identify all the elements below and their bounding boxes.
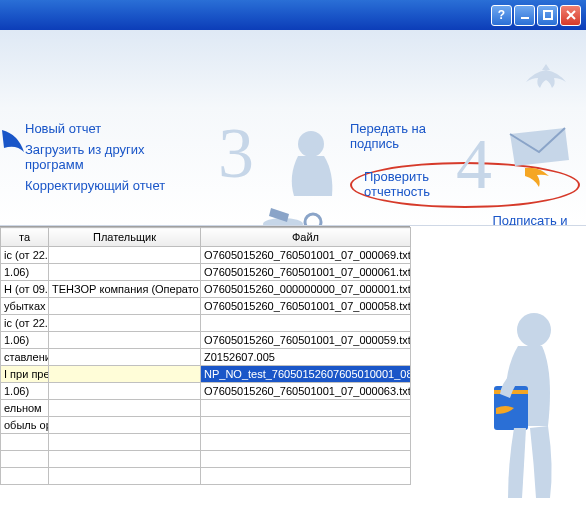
pen-icon [0, 122, 28, 226]
help-button[interactable]: ? [491, 5, 512, 26]
table-cell[interactable]: 1.06) [1, 264, 49, 281]
svg-rect-1 [544, 11, 552, 19]
table-row[interactable] [1, 451, 411, 468]
table-cell[interactable]: О7605015260_760501001_07_000059.txt [201, 332, 411, 349]
table-cell[interactable] [49, 264, 201, 281]
minimize-button[interactable] [514, 5, 535, 26]
table-cell[interactable] [1, 434, 49, 451]
report-actions: Новый отчет Загрузить из других программ… [25, 122, 185, 194]
table-row[interactable]: ельном [1, 400, 411, 417]
table-header-row: та Плательщик Файл [1, 228, 411, 247]
maximize-button[interactable] [537, 5, 558, 26]
reports-table-wrap: та Плательщик Файл ic (от 22.О7605015260… [0, 226, 410, 510]
table-cell[interactable] [49, 468, 201, 485]
table-row[interactable]: I при преNP_NO_test_76050152607605010001… [1, 366, 411, 383]
new-report-link[interactable]: Новый отчет [25, 122, 185, 137]
svg-point-9 [517, 313, 551, 347]
table-row[interactable]: ic (от 22. [1, 315, 411, 332]
reports-table[interactable]: та Плательщик Файл ic (от 22.О7605015260… [0, 227, 411, 485]
maximize-icon [542, 9, 554, 21]
table-cell[interactable]: I при пре [1, 366, 49, 383]
person-folder-icon [426, 300, 586, 500]
table-cell[interactable] [201, 468, 411, 485]
header-panel: Новый отчет Загрузить из других программ… [0, 30, 586, 226]
table-cell[interactable]: ельном [1, 400, 49, 417]
sign-and-send-link[interactable]: Подписать и отправить [485, 214, 575, 226]
minimize-icon [519, 9, 531, 21]
table-cell[interactable] [49, 400, 201, 417]
table-cell[interactable]: О7605015260_000000000_07_000001.txt [201, 281, 411, 298]
close-icon [565, 9, 577, 21]
table-cell[interactable] [49, 383, 201, 400]
send-to-sign-link[interactable]: Передать на подпись [350, 122, 440, 152]
table-cell[interactable] [49, 366, 201, 383]
step-4: Передать на подпись Проверить отчетность… [340, 118, 580, 226]
svg-point-6 [305, 214, 321, 226]
close-button[interactable] [560, 5, 581, 26]
table-cell[interactable] [49, 349, 201, 366]
step-4-number: 4 [456, 123, 492, 206]
check-reports-link[interactable]: Проверить отчетность [364, 170, 444, 200]
col-header-file[interactable]: Файл [201, 228, 411, 247]
table-cell[interactable]: ТЕНЗОР компания (Операто [49, 281, 201, 298]
table-row[interactable]: ставлениZ0152607.005 [1, 349, 411, 366]
table-cell[interactable] [49, 332, 201, 349]
table-cell[interactable]: Z0152607.005 [201, 349, 411, 366]
step-3: 3 [218, 112, 338, 226]
table-cell[interactable] [49, 298, 201, 315]
table-cell[interactable] [49, 315, 201, 332]
table-cell[interactable]: убытках [1, 298, 49, 315]
table-row[interactable]: Н (от 09.ТЕНЗОР компания (ОператоО760501… [1, 281, 411, 298]
table-cell[interactable] [1, 451, 49, 468]
col-header-1[interactable]: та [1, 228, 49, 247]
table-cell[interactable]: обыль ор [1, 417, 49, 434]
table-row[interactable]: 1.06)О7605015260_760501001_07_000061.txt [1, 264, 411, 281]
table-cell[interactable]: О7605015260_760501001_07_000061.txt [201, 264, 411, 281]
table-cell[interactable]: О7605015260_760501001_07_000069.txt [201, 247, 411, 264]
table-cell[interactable]: ic (от 22. [1, 315, 49, 332]
table-cell[interactable]: Н (от 09. [1, 281, 49, 298]
table-row[interactable]: ic (от 22.О7605015260_760501001_07_00006… [1, 247, 411, 264]
table-cell[interactable] [49, 434, 201, 451]
step-3-number: 3 [218, 112, 254, 195]
table-cell[interactable]: 1.06) [1, 332, 49, 349]
table-row[interactable]: 1.06)О7605015260_760501001_07_000059.txt [1, 332, 411, 349]
emblem-icon [516, 60, 576, 96]
table-cell[interactable] [49, 451, 201, 468]
table-row[interactable] [1, 468, 411, 485]
col-header-payer[interactable]: Плательщик [49, 228, 201, 247]
table-cell[interactable] [201, 417, 411, 434]
table-cell[interactable]: ставлени [1, 349, 49, 366]
table-cell[interactable]: ic (от 22. [1, 247, 49, 264]
table-cell[interactable] [49, 247, 201, 264]
table-cell[interactable] [201, 400, 411, 417]
table-cell[interactable] [201, 434, 411, 451]
svg-point-4 [298, 131, 324, 157]
table-cell[interactable] [49, 417, 201, 434]
table-cell[interactable] [201, 451, 411, 468]
table-cell[interactable]: О7605015260_760501001_07_000058.txt [201, 298, 411, 315]
title-bar: ? [0, 0, 586, 30]
table-row[interactable]: убыткахО7605015260_760501001_07_000058.t… [1, 298, 411, 315]
table-cell[interactable]: NP_NO_test_76050152607605010001_08102 [201, 366, 411, 383]
table-row[interactable]: 1.06)О7605015260_760501001_07_000063.txt [1, 383, 411, 400]
table-row[interactable] [1, 434, 411, 451]
correcting-report-link[interactable]: Корректирующий отчет [25, 179, 185, 194]
table-cell[interactable] [1, 468, 49, 485]
load-from-others-link[interactable]: Загрузить из других программ [25, 143, 185, 173]
table-row[interactable]: обыль ор [1, 417, 411, 434]
table-cell[interactable] [201, 315, 411, 332]
table-cell[interactable]: 1.06) [1, 383, 49, 400]
table-cell[interactable]: О7605015260_760501001_07_000063.txt [201, 383, 411, 400]
envelope-icon [505, 126, 575, 196]
help-icon: ? [498, 8, 505, 22]
